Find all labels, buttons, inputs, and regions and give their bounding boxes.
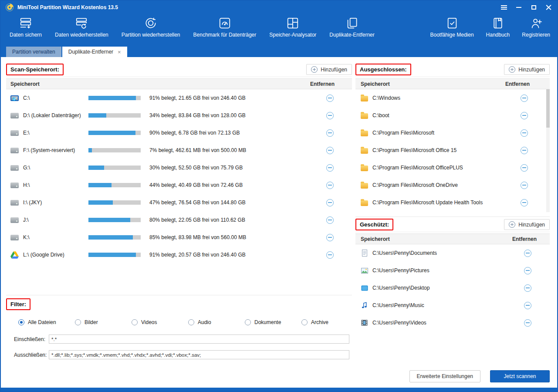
maximize-button[interactable] [529,3,538,12]
remove-excluded-button[interactable] [521,147,528,154]
google-drive-icon [10,251,19,257]
toolbar-daten-wiederherstellen[interactable]: Daten wiederherstellen [55,17,108,38]
filter-audio[interactable]: Audio [188,319,245,325]
filter-dokumente[interactable]: Dokumente [245,319,301,325]
add-scan-location-button[interactable]: Hinzufügen [306,64,352,75]
add-button-label: Hinzufügen [518,222,545,228]
drive-label: C:\ [23,95,88,101]
drive-row: I:\ (JKY) 47% belegt, 76.54 GB frei von … [6,194,352,211]
minimize-button[interactable] [514,3,523,12]
filter-archive[interactable]: Archive [301,319,358,325]
column-entfernen: Entfernen [505,81,550,87]
drive-label: K:\ [23,234,88,240]
videos-icon [361,320,368,326]
desktop-icon [361,285,368,291]
tab-label: Partition verwalten [12,49,55,55]
bootable-media-icon [446,17,459,30]
remove-protected-button[interactable] [524,284,531,292]
main-content: Scan-Speicherort: Hinzufügen Speicherort… [1,57,557,388]
toolbar-speicher-analysator[interactable]: Speicher-Analysator [269,17,316,38]
remove-drive-button[interactable] [326,182,334,189]
footer-actions: Erweiterte Einstellungen Jetzt scannen [355,370,550,382]
remove-drive-button[interactable] [326,251,334,259]
drive-label: I:\ (JKY) [23,199,88,206]
filter-label: Filter: [6,298,30,310]
radio-icon [132,319,138,325]
excluded-row: C:\Program Files\Microsoft OfficePLUS [355,159,550,176]
remove-protected-button[interactable] [524,250,531,257]
toolbar-label: Speicher-Analysator [269,32,316,38]
column-speicherort: Speicherort [6,81,40,87]
protected-list: C:\Users\Penny\Documents C:\Users\Penny\… [355,244,550,331]
remove-excluded-button[interactable] [521,182,528,189]
drive-label: D:\ (Lokaler Datenträger) [23,112,88,118]
remove-excluded-button[interactable] [521,95,528,102]
backup-data-icon [19,17,32,30]
scan-table-header: Speicherort Entfernen [6,78,352,89]
drive-row: H:\ 44% belegt, 40.49 GB frei von 72.46 … [6,176,352,194]
menu-icon[interactable] [500,3,508,12]
filter-videos[interactable]: Videos [132,319,188,325]
add-excluded-button[interactable]: Hinzufügen [504,64,550,75]
toolbar-handbuch[interactable]: Handbuch [486,17,510,38]
remove-excluded-button[interactable] [521,112,528,119]
remove-drive-button[interactable] [326,234,334,241]
toolbar-label: Benchmark für Datenträger [193,32,257,38]
remove-excluded-button[interactable] [521,199,528,206]
scrollbar-thumb[interactable] [546,89,550,128]
usage-progress-bar [88,113,141,118]
title-bar: MiniTool Partition Wizard Kostenlos 13.5 [1,1,557,14]
folder-path: C:\Program Files\Microsoft OneDrive [372,182,458,188]
folder-path: C:\Program Files\Microsoft OfficePLUS [372,165,463,171]
exclude-pattern-input[interactable] [49,350,349,359]
scan-now-button[interactable]: Jetzt scannen [490,370,550,382]
remove-protected-button[interactable] [524,267,531,274]
tab-duplikate-entferner[interactable]: Duplikate-Entferner × [62,47,127,57]
toolbar-benchmark[interactable]: Benchmark für Datenträger [193,17,257,38]
remove-drive-button[interactable] [326,199,334,206]
add-protected-button[interactable]: Hinzufügen [504,219,550,230]
scan-location-label: Scan-Speicherort: [6,64,64,75]
main-toolbar: Daten sichern Daten wiederherstellen Par… [1,14,557,47]
toolbar-registrieren[interactable]: Registrieren [522,17,550,38]
folder-path: C:\boot [372,112,389,118]
drive-label: E:\ [23,130,88,136]
column-entfernen: Entfernen [512,236,550,242]
protected-row: C:\Users\Penny\Desktop [355,279,550,297]
include-pattern-input[interactable] [49,335,349,344]
folder-path: C:\Users\Penny\Music [372,302,424,308]
toolbar-partition-wiederherstellen[interactable]: Partition wiederherstellen [122,17,180,38]
add-button-label: Hinzufügen [321,67,347,73]
advanced-settings-button[interactable]: Erweiterte Einstellungen [409,370,480,382]
manual-icon [491,17,504,30]
close-button[interactable] [544,3,553,12]
remove-drive-button[interactable] [326,129,334,137]
radio-icon [75,319,81,325]
exclude-row: Ausschließen: [14,350,349,359]
column-speicherort: Speicherort [355,81,390,87]
tab-close-icon[interactable]: × [118,49,121,55]
remove-protected-button[interactable] [524,302,531,309]
excluded-list: C:\Windows C:\boot C:\Program Files\Micr… [355,89,550,211]
filter-alle-dateien[interactable]: Alle Dateien [18,319,75,325]
remove-excluded-button[interactable] [521,129,528,137]
remove-protected-button[interactable] [524,319,531,327]
drive-usage-text: 7% belegt, 462.61 MB frei von 500.00 MB [149,147,246,153]
remove-drive-button[interactable] [326,112,334,119]
scrollbar[interactable] [546,89,550,212]
toolbar-duplikate-entferner[interactable]: Duplikate-Entferner [329,17,374,38]
remove-excluded-button[interactable] [521,164,528,172]
toolbar-daten-sichern[interactable]: Daten sichern [10,17,42,38]
filter-bilder[interactable]: Bilder [75,319,132,325]
folder-path: C:\Users\Penny\Pictures [372,267,429,274]
remove-drive-button[interactable] [326,164,334,172]
excluded-row: C:\Program Files\Microsoft [355,124,550,142]
remove-drive-button[interactable] [326,216,334,224]
remove-drive-button[interactable] [326,95,334,102]
toolbar-label: Partition wiederherstellen [122,32,180,38]
include-label: Einschließen: [14,336,49,342]
remove-drive-button[interactable] [326,147,334,154]
drive-row: J:\ 80% belegt, 22.05 GB frei von 110.62… [6,211,352,229]
toolbar-bootfaehige-medien[interactable]: Bootfähige Medien [430,17,474,38]
tab-partition-verwalten[interactable]: Partition verwalten [6,47,61,57]
